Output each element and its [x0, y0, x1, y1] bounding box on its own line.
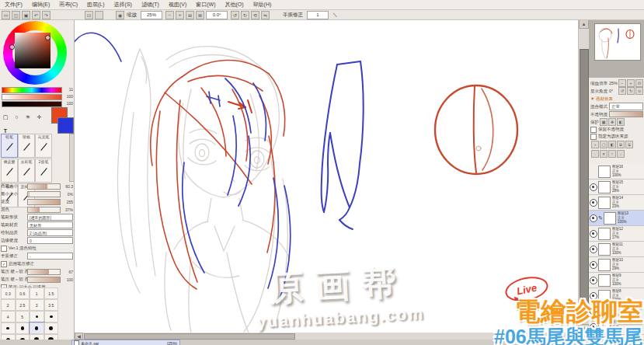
brush-size-cell[interactable] [30, 322, 44, 334]
setting-slider[interactable] [27, 277, 61, 283]
save-file-button[interactable]: ▣ [22, 11, 30, 19]
brush-size-cell[interactable]: 1.5 [44, 288, 59, 299]
saturation-slider[interactable] [2, 94, 62, 100]
new-folder-button[interactable]: ▢ [600, 141, 607, 148]
brush-size-cell[interactable]: 5 [16, 311, 30, 322]
brush-size-cell[interactable] [44, 322, 59, 334]
protect-position-toggle[interactable]: ✥ [608, 118, 616, 126]
brush-tool-5[interactable]: 水彩笔 [18, 159, 35, 183]
brush-tool-1[interactable]: 铅笔 [1, 134, 18, 158]
layer-row[interactable]: 图层12正常17% [589, 226, 644, 242]
delete-layer-button[interactable]: ✕ [600, 150, 607, 158]
brush-tool-3[interactable]: 马克笔 [35, 134, 52, 158]
menu-item[interactable]: 视图(V) [164, 1, 191, 9]
brush-size-cell[interactable]: 1 [30, 288, 44, 299]
selection-source-checkbox[interactable] [590, 134, 597, 140]
layer-row[interactable]: ✎图层13正常100% [589, 211, 644, 226]
clear-layer-button[interactable]: ◌ [591, 150, 599, 158]
setting-slider[interactable] [27, 199, 61, 205]
move-layer-up-button[interactable]: ↑ [608, 150, 616, 158]
menu-item[interactable]: 窗口(W) [191, 1, 220, 9]
layer-row[interactable]: 图层14正常23% [589, 195, 644, 211]
setting-field[interactable]: 2 (高品质) [27, 229, 73, 236]
lasso-icon[interactable]: ○ [13, 113, 20, 121]
zoom-out-button[interactable]: − [165, 11, 174, 19]
rotate-cw-button[interactable]: ↻ [241, 11, 249, 19]
layer-visibility-eye-icon[interactable] [590, 230, 597, 238]
layer-visibility-eye-icon[interactable] [590, 246, 597, 253]
hue-slider[interactable] [2, 87, 62, 93]
brush-size-cell[interactable]: 3 [30, 299, 44, 311]
selection-invert-button[interactable] [95, 11, 103, 19]
rotate-reset-button[interactable]: ⟲ [251, 11, 259, 19]
document-tab[interactable]: 未命名.sai (25%) [71, 340, 180, 345]
background-color-swatch[interactable] [57, 117, 74, 134]
zoom-reset-button[interactable]: ⊠ [196, 11, 204, 19]
menu-item[interactable]: 画布(C) [54, 1, 82, 9]
brush-tool-4[interactable]: 橡皮擦 [1, 159, 18, 183]
new-layer-button[interactable]: ＋ [591, 141, 599, 148]
preserve-opacity-checkbox[interactable] [590, 127, 597, 133]
vertical-scroll-thumb[interactable] [580, 49, 589, 307]
layer-row[interactable]: 图层9正常100% [589, 273, 644, 288]
nav-rotate-cw-button[interactable]: ↻ [627, 87, 635, 95]
setting-field[interactable]: - [27, 253, 73, 260]
vertical-scrollbar[interactable]: ▲ ▼ [578, 19, 589, 333]
layer-visibility-eye-icon[interactable] [590, 261, 597, 269]
selection-none-button[interactable]: ⊡ [85, 11, 93, 19]
sv-cursor[interactable] [45, 35, 50, 40]
magic-wand-icon[interactable]: ✳ [24, 113, 31, 122]
protect-opacity-toggle[interactable]: ▩ [600, 118, 607, 126]
stabilizer-value[interactable]: 1 [307, 11, 329, 19]
value-slider[interactable] [2, 101, 62, 107]
drawing-canvas[interactable] [75, 19, 578, 333]
layer-visibility-eye-icon[interactable] [590, 214, 597, 222]
hue-cursor[interactable] [9, 44, 15, 50]
brush-size-cell[interactable] [1, 322, 16, 334]
nav-rotate-reset-button[interactable]: ⊙ [635, 87, 643, 95]
new-mask-button[interactable]: ◧ [608, 141, 616, 148]
brush-size-cell[interactable]: 2.5 [16, 299, 30, 311]
navigator-thumbnail[interactable] [594, 23, 641, 61]
horizontal-scroll-thumb[interactable] [84, 333, 295, 340]
brush-size-cell[interactable]: 0.3 [1, 288, 16, 299]
brush-size-cell[interactable] [16, 322, 30, 334]
undo-button[interactable]: ↶ [32, 11, 40, 19]
brush-size-cell[interactable]: 3.5 [44, 299, 59, 311]
move-layer-down-button[interactable]: ↓ [617, 150, 625, 158]
nav-zoom-in-button[interactable]: + [627, 79, 635, 87]
setting-slider[interactable] [27, 191, 61, 197]
brush-size-cell[interactable] [30, 311, 44, 322]
setting-dropdown[interactable]: 无材质 [27, 221, 73, 228]
nav-zoom-out-button[interactable]: − [618, 79, 626, 87]
menu-item[interactable]: 滤镜(T) [137, 1, 164, 9]
menu-item[interactable]: 其他(O) [221, 1, 249, 9]
redo-button[interactable]: ↷ [42, 11, 50, 19]
setting-checkbox[interactable]: ✓ [1, 261, 7, 267]
layer-visibility-eye-icon[interactable] [590, 199, 597, 207]
layer-visibility-eye-icon[interactable] [590, 277, 597, 284]
setting-dropdown[interactable]: [通常的圆形] [27, 214, 73, 221]
flip-horizontal-button[interactable]: ⇋ [261, 11, 270, 19]
scroll-left-arrow[interactable]: ◀ [75, 333, 83, 340]
setting-slider[interactable] [27, 269, 61, 275]
rotate-ccw-button[interactable]: ↺ [231, 11, 239, 19]
setting-checkbox[interactable] [1, 246, 7, 252]
brush-size-cell[interactable]: 4 [1, 311, 16, 322]
opacity-slider[interactable] [609, 111, 643, 117]
brush-grid-scrollbar[interactable] [69, 134, 75, 182]
brush-size-cell[interactable] [44, 311, 59, 322]
menu-item[interactable]: 图层(L) [82, 1, 110, 9]
setting-slider[interactable] [27, 183, 61, 190]
layer-row[interactable]: 图层10正常29% [589, 257, 644, 273]
layer-row[interactable]: 图层16正常100% [589, 164, 644, 179]
menu-item[interactable]: 文件(F) [0, 1, 27, 9]
toolbar-zoom-value[interactable]: 25% [141, 11, 162, 19]
nav-zoom-reset-button[interactable]: ⊡ [635, 79, 643, 87]
toolbar-angle-value[interactable]: 0.0° [206, 11, 228, 19]
duplicate-layer-button[interactable]: ⧉ [617, 141, 625, 148]
new-file-button[interactable]: ▭ [2, 11, 10, 19]
brush-size-cell[interactable]: 2 [1, 299, 16, 311]
menu-item[interactable]: 编辑(E) [27, 1, 54, 9]
blend-mode-select[interactable]: 正常 [609, 103, 643, 110]
